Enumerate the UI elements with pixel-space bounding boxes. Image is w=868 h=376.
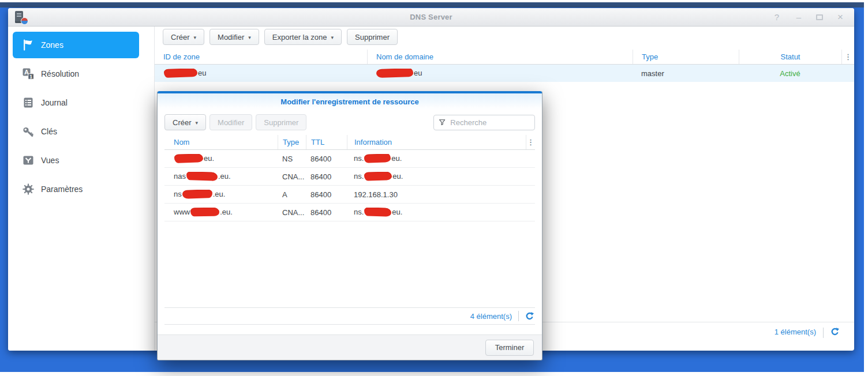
zone-table-row[interactable]: eu eu master Activé <box>155 65 854 82</box>
redaction-scribble <box>364 208 391 217</box>
record-info-cell: ns.eu. <box>347 172 526 181</box>
sidebar-item-label: Journal <box>41 98 68 107</box>
column-header-type[interactable]: Type <box>278 135 306 149</box>
column-header-info[interactable]: Information <box>347 135 526 149</box>
record-ttl-cell: 86400 <box>306 172 347 181</box>
journal-icon <box>22 96 35 109</box>
record-ttl-cell: 86400 <box>306 190 347 199</box>
zone-id-cell: eu <box>155 69 367 78</box>
record-name-cell: nas.eu. <box>164 172 278 181</box>
redaction-scribble <box>174 154 203 163</box>
window-title: DNS Server <box>8 13 854 21</box>
chevron-down-icon: ▾ <box>196 120 199 126</box>
record-ttl-cell: 86400 <box>306 208 347 217</box>
record-row[interactable]: www.eu. CNA... 86400 ns.eu. <box>164 204 535 221</box>
sidebar-item-label: Vues <box>41 156 59 165</box>
divider <box>823 328 824 338</box>
modify-record-button: Modifier <box>209 114 252 130</box>
record-info-cell: ns.eu. <box>347 208 526 217</box>
record-info-cell: ns.eu. <box>347 154 526 163</box>
close-icon[interactable]: × <box>836 12 845 22</box>
refresh-icon[interactable] <box>830 328 839 336</box>
redaction-scribble <box>186 172 218 181</box>
record-type-cell: NS <box>278 155 306 163</box>
svg-text:1: 1 <box>29 74 32 80</box>
modify-zone-button[interactable]: Modifier ▾ <box>209 29 259 45</box>
record-row[interactable]: ns.eu. A 86400 192.168.1.30 <box>164 186 535 204</box>
sidebar-item-vues[interactable]: Vues <box>13 147 139 174</box>
records-status-bar: 4 élément(s) <box>164 307 535 325</box>
resolution-icon: A1 <box>22 67 35 80</box>
column-header-name[interactable]: Nom <box>164 135 278 149</box>
record-type-cell: A <box>278 190 306 199</box>
records-table-empty-area <box>158 221 542 307</box>
zone-domain-cell: eu <box>367 69 633 78</box>
sidebar-item-resolution[interactable]: A1 Résolution <box>13 61 139 87</box>
dns-server-app-icon <box>14 10 28 24</box>
record-name-cell: www.eu. <box>164 208 278 217</box>
sidebar-item-parametres[interactable]: Paramètres <box>13 176 139 202</box>
column-header-ttl[interactable]: TTL <box>306 135 347 149</box>
sidebar-item-zones[interactable]: Zones <box>13 32 139 58</box>
column-header-zone-id[interactable]: ID de zone <box>155 50 367 64</box>
delete-zone-button[interactable]: Supprimer <box>347 29 398 45</box>
dialog-footer: Terminer <box>158 334 542 360</box>
sidebar-item-cles[interactable]: Clés <box>13 118 139 145</box>
done-button[interactable]: Terminer <box>485 340 534 356</box>
refresh-icon[interactable] <box>525 312 534 321</box>
records-item-count: 4 élément(s) <box>470 312 512 321</box>
key-icon <box>22 125 35 138</box>
records-table-header: Nom Type TTL Information ⋮ <box>164 135 535 150</box>
sidebar-item-journal[interactable]: Journal <box>13 89 139 116</box>
record-row[interactable]: eu. NS 86400 ns.eu. <box>164 150 535 168</box>
column-header-type[interactable]: Type <box>633 50 739 64</box>
create-record-button[interactable]: Créer ▾ <box>164 114 206 130</box>
column-header-status[interactable]: Statut <box>739 50 841 64</box>
desktop-top-band <box>0 2 864 7</box>
sidebar-item-label: Résolution <box>41 69 79 78</box>
filter-funnel-icon <box>439 118 446 126</box>
titlebar: DNS Server ? – × <box>8 8 854 27</box>
record-name-cell: ns.eu. <box>164 190 278 199</box>
record-type-cell: CNA... <box>278 172 306 181</box>
views-icon <box>22 154 35 167</box>
edit-resource-record-dialog: Modifier l'enregistrement de ressource C… <box>157 91 542 360</box>
record-search-input[interactable] <box>449 118 530 127</box>
dialog-toolbar: Créer ▾ Modifier Supprimer <box>158 110 542 135</box>
sidebar: Zones A1 Résolution Journal Clés Vues <box>8 27 155 351</box>
chevron-down-icon: ▾ <box>248 35 251 40</box>
redaction-scribble <box>182 190 212 199</box>
record-row[interactable]: nas.eu. CNA... 86400 ns.eu. <box>164 168 535 186</box>
record-name-cell: eu. <box>164 154 278 163</box>
zone-status-badge: Activé <box>739 69 841 78</box>
export-zone-button[interactable]: Exporter la zone ▾ <box>264 29 342 45</box>
maximize-icon[interactable] <box>816 14 823 20</box>
zones-table-header: ID de zone Nom de domaine Type Statut ⋮ <box>155 50 854 65</box>
records-table: Nom Type TTL Information ⋮ eu. NS 86400 … <box>164 135 535 221</box>
zones-toolbar: Créer ▾ Modifier ▾ Exporter la zone ▾ Su… <box>155 27 854 50</box>
record-ttl-cell: 86400 <box>306 155 347 163</box>
record-info-cell: 192.168.1.30 <box>347 190 526 199</box>
column-options-icon[interactable]: ⋮ <box>841 50 854 64</box>
gear-icon <box>22 183 35 195</box>
chevron-down-icon: ▾ <box>331 35 334 40</box>
sidebar-item-label: Clés <box>41 127 57 136</box>
create-zone-button[interactable]: Créer ▾ <box>163 29 204 45</box>
divider <box>518 311 519 321</box>
dialog-title: Modifier l'enregistrement de ressource <box>158 93 542 110</box>
column-header-domain[interactable]: Nom de domaine <box>367 50 633 64</box>
help-icon[interactable]: ? <box>772 13 781 21</box>
redaction-scribble <box>164 69 197 78</box>
zone-type-cell: master <box>633 69 739 78</box>
redaction-scribble <box>364 172 392 181</box>
chevron-down-icon: ▾ <box>194 35 197 40</box>
redaction-scribble <box>376 69 413 78</box>
record-search-box[interactable] <box>433 115 535 130</box>
sidebar-item-label: Paramètres <box>41 185 83 194</box>
flag-icon <box>22 39 35 51</box>
minimize-icon[interactable]: – <box>794 13 803 21</box>
column-options-icon[interactable]: ⋮ <box>526 135 535 149</box>
delete-record-button: Supprimer <box>256 114 306 130</box>
sidebar-item-label: Zones <box>41 40 63 50</box>
redaction-scribble <box>190 208 219 216</box>
